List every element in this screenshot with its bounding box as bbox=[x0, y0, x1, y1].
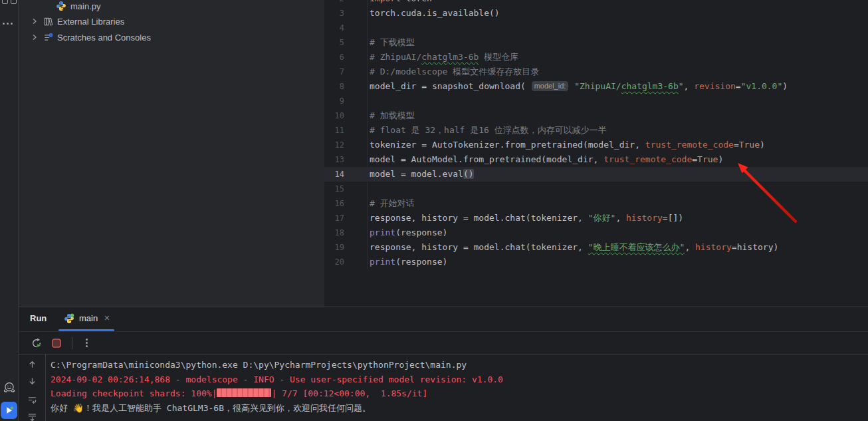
run-panel-title: Run bbox=[30, 313, 47, 323]
hugging-face-icon[interactable] bbox=[1, 379, 17, 396]
console-area[interactable]: C:\ProgramData\miniconda3\python.exe D:\… bbox=[19, 354, 868, 421]
code-line-11[interactable]: 11# float 是 32，half 是16 位浮点数，内存可以减少一半 bbox=[324, 123, 868, 138]
code-line-5[interactable]: 5# 下载模型 bbox=[324, 35, 868, 50]
run-tab-main[interactable]: main ✕ bbox=[58, 307, 116, 329]
code-line-9[interactable]: 9 bbox=[324, 94, 868, 108]
code-line-20[interactable]: 20print(response) bbox=[324, 255, 868, 269]
code-line-2[interactable]: 2import torch bbox=[324, 0, 868, 6]
tree-item-main-py[interactable]: main.py bbox=[19, 0, 362, 13]
python-file-icon bbox=[56, 1, 66, 11]
line-number: 4 bbox=[324, 21, 368, 35]
library-icon bbox=[43, 16, 53, 27]
console-line: 你好 👋！我是人工智能助手 ChatGLM3-6B，很高兴见到你，欢迎问我任何问… bbox=[51, 401, 868, 416]
tree-item-scratches-consoles[interactable]: Scratches and Consoles bbox=[19, 30, 324, 45]
close-icon[interactable]: ✕ bbox=[104, 314, 110, 323]
line-number: 6 bbox=[324, 50, 368, 65]
code-line-18[interactable]: 18print(response) bbox=[324, 225, 868, 240]
run-tab-bar: Run main ✕ bbox=[19, 307, 868, 332]
console-line: 2024-09-02 00:26:14,868 - modelscope - I… bbox=[51, 372, 868, 387]
pycharm-window: main.py External Libraries bbox=[0, 0, 868, 421]
line-number: 10 bbox=[324, 108, 368, 123]
line-number: 18 bbox=[324, 225, 368, 240]
more-options-kebab-icon[interactable] bbox=[78, 335, 95, 352]
chevron-right-icon[interactable] bbox=[31, 34, 38, 41]
code-line-8[interactable]: 8model_dir = snapshot_download( model_id… bbox=[324, 79, 868, 94]
line-number: 12 bbox=[324, 138, 368, 152]
project-panel[interactable]: main.py External Libraries bbox=[19, 0, 325, 307]
code-line-12[interactable]: 12tokenizer = AutoTokenizer.from_pretrai… bbox=[324, 138, 868, 152]
console-line: C:\ProgramData\miniconda3\python.exe D:\… bbox=[51, 358, 868, 372]
code-line-3[interactable]: 3torch.cuda.is_available() bbox=[324, 6, 868, 21]
console-output: C:\ProgramData\miniconda3\python.exe D:\… bbox=[46, 354, 868, 421]
line-number: 20 bbox=[324, 255, 368, 269]
code-line-19[interactable]: 19response, history = model.chat(tokeniz… bbox=[324, 240, 868, 255]
code-line-16[interactable]: 16# 开始对话 bbox=[324, 196, 868, 211]
console-line: Loading checkpoint shards: 100%|| 7/7 [0… bbox=[51, 386, 868, 401]
code-line-7[interactable]: 7# D:/modelscope 模型文件缓存存放目录 bbox=[324, 65, 868, 79]
active-tab-underline bbox=[58, 329, 114, 331]
tree-item-label: Scratches and Consoles bbox=[57, 33, 151, 43]
toolbar-separator bbox=[72, 337, 72, 349]
up-stack-icon[interactable] bbox=[27, 358, 38, 370]
code-line-17[interactable]: 17response, history = model.chat(tokeniz… bbox=[324, 211, 868, 225]
run-toolbar bbox=[19, 332, 868, 354]
run-toolwindow-button-active[interactable] bbox=[1, 402, 17, 419]
line-number: 9 bbox=[324, 94, 368, 108]
down-stack-icon[interactable] bbox=[27, 376, 38, 387]
line-number: 2 bbox=[324, 0, 368, 6]
code-line-4[interactable]: 4 bbox=[324, 21, 868, 35]
code-line-13[interactable]: 13model = AutoModel.from_pretrained(mode… bbox=[324, 152, 868, 167]
line-number: 17 bbox=[324, 211, 368, 225]
code-lines: 2import torch3torch.cuda.is_available()4… bbox=[324, 0, 868, 269]
scroll-to-end-icon[interactable] bbox=[27, 412, 38, 421]
line-number: 16 bbox=[324, 196, 368, 211]
progress-bar bbox=[217, 388, 271, 397]
activity-bar bbox=[0, 0, 19, 421]
rerun-icon[interactable] bbox=[28, 335, 45, 352]
scratches-icon bbox=[43, 32, 53, 43]
line-number: 15 bbox=[324, 182, 368, 196]
line-number: 7 bbox=[324, 65, 368, 79]
line-number: 5 bbox=[324, 35, 368, 50]
line-number: 11 bbox=[324, 123, 368, 138]
stop-icon[interactable] bbox=[48, 335, 65, 352]
console-toolbar bbox=[19, 354, 46, 421]
project-squares-icon[interactable] bbox=[2, 0, 17, 4]
soft-wrap-icon[interactable] bbox=[27, 394, 38, 406]
more-tools-icon[interactable] bbox=[3, 19, 16, 28]
python-run-icon bbox=[64, 313, 74, 324]
code-line-6[interactable]: 6# ZhipuAI/chatglm3-6b 模型仓库 bbox=[324, 50, 868, 65]
line-number: 13 bbox=[324, 152, 368, 167]
line-number: 14 bbox=[324, 167, 368, 182]
run-tab-label: main bbox=[79, 313, 98, 323]
tree-item-label: main.py bbox=[70, 1, 101, 11]
line-number: 19 bbox=[324, 240, 368, 255]
code-line-10[interactable]: 10# 加载模型 bbox=[324, 108, 868, 123]
run-tool-window: Run main ✕ bbox=[19, 307, 868, 421]
code-line-14[interactable]: 14model = model.eval() bbox=[324, 167, 868, 182]
tree-item-label: External Libraries bbox=[57, 17, 124, 27]
chevron-right-icon[interactable] bbox=[31, 18, 38, 25]
tree-item-external-libraries[interactable]: External Libraries bbox=[19, 14, 324, 29]
line-number: 8 bbox=[324, 79, 368, 94]
code-line-15[interactable]: 15 bbox=[324, 182, 868, 196]
line-number: 3 bbox=[324, 6, 368, 21]
code-editor[interactable]: 2import torch3torch.cuda.is_available()4… bbox=[324, 0, 868, 307]
